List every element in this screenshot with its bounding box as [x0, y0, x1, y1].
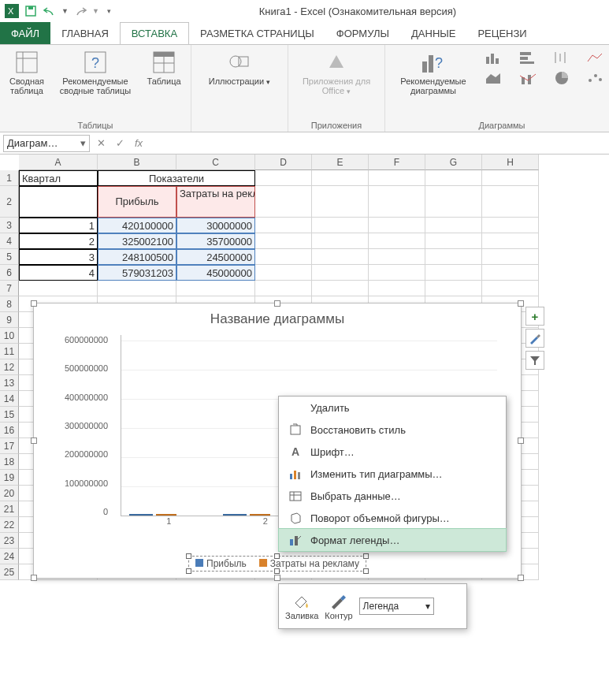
row-header[interactable]: 19 [0, 470, 19, 486]
bar-series1[interactable] [129, 514, 153, 516]
cell[interactable]: 3 [19, 249, 98, 265]
line-chart-icon[interactable] [581, 48, 609, 67]
row-header[interactable]: 12 [0, 359, 19, 375]
namebox-dropdown-icon[interactable]: ▾ [80, 137, 86, 149]
row-header[interactable]: 5 [0, 249, 19, 265]
row-header[interactable]: 23 [0, 533, 19, 549]
col-header[interactable]: A [19, 155, 98, 170]
name-box[interactable]: Диаграм… ▾ [3, 135, 90, 152]
cell[interactable] [19, 186, 98, 218]
redo-dropdown-icon[interactable]: ▼ [92, 7, 99, 15]
tab-home[interactable]: ГЛАВНАЯ [50, 22, 120, 44]
column-chart-icon[interactable] [480, 48, 508, 67]
cell[interactable]: Затраты на рекламу [176, 186, 255, 218]
cell[interactable] [19, 281, 98, 296]
fx-icon[interactable]: fx [131, 136, 147, 151]
ctx-select-data[interactable]: Выбрать данные… [279, 485, 506, 507]
cell[interactable]: Показатели [98, 170, 255, 186]
row-header[interactable]: 1 [0, 170, 19, 186]
ctx-format-legend[interactable]: Формат легенды… [279, 529, 506, 551]
cell[interactable]: 2 [19, 233, 98, 249]
bar-chart-icon[interactable] [514, 48, 542, 67]
ctx-font[interactable]: A Шрифт… [279, 441, 506, 463]
illustrations-button[interactable]: Иллюстрации ▾ [196, 48, 283, 88]
cell[interactable]: 35700000 [176, 233, 255, 249]
save-icon[interactable] [24, 4, 38, 18]
cell[interactable]: 579031203 [98, 265, 176, 281]
scatter-chart-icon[interactable] [581, 69, 609, 88]
chart-element-select[interactable]: Легенда ▾ [359, 598, 434, 615]
tab-insert[interactable]: ВСТАВКА [120, 22, 189, 44]
row-header[interactable]: 13 [0, 375, 19, 391]
cell[interactable]: 4 [19, 265, 98, 281]
col-header[interactable]: F [369, 155, 425, 170]
row-header[interactable]: 24 [0, 549, 19, 564]
cell[interactable]: 1 [19, 218, 98, 233]
col-header[interactable]: B [98, 155, 176, 170]
chart-elements-button[interactable]: + [525, 307, 544, 326]
col-header[interactable]: G [425, 155, 482, 170]
row-header[interactable]: 15 [0, 407, 19, 423]
area-chart-icon[interactable] [480, 69, 508, 88]
combo-chart-icon[interactable] [514, 69, 542, 88]
stock-chart-icon[interactable] [548, 48, 576, 67]
pie-chart-icon[interactable] [548, 69, 576, 88]
cell[interactable] [312, 281, 369, 296]
cell[interactable]: 24500000 [176, 249, 255, 265]
tab-data[interactable]: ДАННЫЕ [400, 22, 466, 44]
enter-formula-icon[interactable]: ✓ [112, 136, 128, 151]
tab-pagelayout[interactable]: РАЗМЕТКА СТРАНИЦЫ [189, 22, 325, 44]
cancel-formula-icon[interactable]: ✕ [93, 136, 109, 151]
pivot-table-button[interactable]: Сводная таблица [5, 48, 49, 97]
col-header[interactable]: D [255, 155, 312, 170]
recommended-pivot-button[interactable]: ? Рекомендуемые сводные таблицы [52, 48, 139, 97]
cell[interactable] [255, 170, 312, 186]
col-header[interactable]: H [482, 155, 539, 170]
cell[interactable]: 420100000 [98, 218, 176, 233]
row-header[interactable]: 14 [0, 391, 19, 407]
row-header[interactable]: 4 [0, 233, 19, 249]
tab-file[interactable]: ФАЙЛ [0, 22, 50, 44]
cell[interactable]: Прибыль [98, 186, 176, 218]
row-header[interactable]: 16 [0, 423, 19, 438]
chart-styles-button[interactable] [525, 329, 544, 348]
tab-review[interactable]: РЕЦЕНЗИ [466, 22, 537, 44]
chart-legend[interactable]: Прибыль Затраты на рекламу [188, 556, 366, 572]
tab-formulas[interactable]: ФОРМУЛЫ [325, 22, 400, 44]
undo-dropdown-icon[interactable]: ▼ [61, 7, 69, 15]
ctx-delete[interactable]: Удалить [279, 397, 506, 419]
row-header[interactable]: 3 [0, 218, 19, 233]
cell[interactable]: 325002100 [98, 233, 176, 249]
ctx-change-chart-type[interactable]: Изменить тип диаграммы… [279, 463, 506, 485]
row-header[interactable]: 9 [0, 312, 19, 328]
row-header[interactable]: 22 [0, 517, 19, 533]
bar-series2[interactable] [250, 514, 270, 516]
row-header[interactable]: 8 [0, 296, 19, 312]
recommended-charts-button[interactable]: ? Рекомендуемые диаграммы [390, 48, 477, 97]
row-header[interactable]: 18 [0, 454, 19, 470]
row-header[interactable]: 11 [0, 344, 19, 359]
row-header[interactable]: 21 [0, 501, 19, 517]
row-header[interactable]: 6 [0, 265, 19, 281]
formula-bar[interactable] [150, 135, 606, 152]
cell[interactable] [255, 281, 312, 296]
cell[interactable] [425, 281, 482, 296]
legend-entry[interactable]: Затраты на рекламу [259, 558, 359, 569]
cell[interactable] [98, 281, 176, 296]
cell[interactable] [176, 281, 255, 296]
row-header[interactable]: 17 [0, 438, 19, 454]
ctx-reset-style[interactable]: Восстановить стиль [279, 419, 506, 441]
fill-button[interactable]: Заливка [285, 592, 318, 620]
table-button[interactable]: Таблица [142, 48, 186, 88]
row-header[interactable]: 7 [0, 281, 19, 296]
cell[interactable] [482, 281, 539, 296]
redo-icon[interactable] [73, 4, 87, 18]
row-header[interactable]: 20 [0, 486, 19, 501]
ctx-3d-rotation[interactable]: Поворот объемной фигуры… [279, 507, 506, 529]
chart-filters-button[interactable] [525, 351, 544, 370]
col-header[interactable]: E [312, 155, 369, 170]
apps-button[interactable]: Приложения для Office ▾ [293, 48, 380, 97]
legend-entry[interactable]: Прибыль [195, 558, 247, 569]
row-header[interactable]: 10 [0, 328, 19, 344]
bar-series1[interactable] [223, 514, 247, 516]
